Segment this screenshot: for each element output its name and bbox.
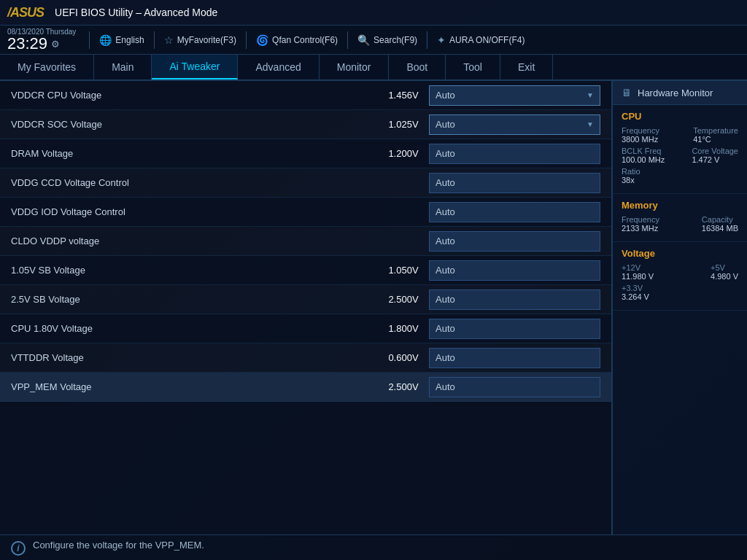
fan-icon: 🌀 xyxy=(256,34,268,46)
auto-dropdown[interactable]: Auto xyxy=(429,289,600,310)
hw-label: +3.3V xyxy=(622,284,649,292)
voltage-control: Auto xyxy=(429,173,600,193)
asus-logo: /ASUS xyxy=(7,5,44,20)
status-search[interactable]: 🔍 Search(F9) xyxy=(357,34,417,46)
auto-dropdown[interactable]: Auto xyxy=(429,202,600,222)
voltage-row[interactable]: VDDG IOD Voltage Control Auto xyxy=(0,198,611,227)
settings-icon[interactable]: ⚙ xyxy=(51,39,60,50)
voltage-label: DRAM Voltage xyxy=(11,148,378,159)
voltage-panel: VDDCR CPU Voltage 1.456V Auto ▼ VDDCR SO… xyxy=(0,81,612,534)
voltage-row[interactable]: 2.5V SB Voltage 2.500V Auto xyxy=(0,285,611,314)
main-content: VDDCR CPU Voltage 1.456V Auto ▼ VDDCR SO… xyxy=(0,81,747,534)
status-myfavorite[interactable]: ☆ MyFavorite(F3) xyxy=(164,34,236,46)
auto-dropdown[interactable]: Auto xyxy=(429,348,600,368)
hw-label: Temperature xyxy=(693,126,738,135)
voltage-control: Auto xyxy=(429,202,600,222)
voltage-row[interactable]: VPP_MEM Voltage 2.500V Auto xyxy=(0,373,611,402)
tab-ai-tweaker[interactable]: Ai Tweaker xyxy=(152,55,238,79)
tab-boot[interactable]: Boot xyxy=(389,55,446,79)
voltage-row[interactable]: VDDG CCD Voltage Control Auto xyxy=(0,168,611,198)
auto-dropdown[interactable]: Auto xyxy=(429,319,600,339)
hw-value: 4.980 V xyxy=(711,272,738,281)
voltage-row[interactable]: DRAM Voltage 1.200V Auto xyxy=(0,139,611,168)
divider xyxy=(89,31,90,49)
auto-dropdown[interactable]: Auto xyxy=(429,377,600,397)
voltage-value: 1.050V xyxy=(378,265,429,276)
hw-value: 2133 MHz xyxy=(622,224,659,233)
hw-section-title: CPU xyxy=(622,111,738,122)
voltage-control: Auto xyxy=(429,348,600,368)
hw-section: Voltage +12V 11.980 V +5V 4.980 V xyxy=(613,242,747,311)
auto-dropdown[interactable]: Auto ▼ xyxy=(429,114,600,135)
voltage-control: Auto ▼ xyxy=(429,114,600,135)
divider xyxy=(246,31,247,49)
status-aura[interactable]: ✦ AURA ON/OFF(F4) xyxy=(437,34,525,46)
voltage-row[interactable]: 1.05V SB Voltage 1.050V Auto xyxy=(0,256,611,285)
hardware-monitor-panel: 🖥 Hardware Monitor CPU Frequency 3800 MH… xyxy=(612,81,747,534)
auto-dropdown[interactable]: Auto xyxy=(429,144,600,164)
hw-value: 41°C xyxy=(693,135,738,144)
auto-dropdown[interactable]: Auto xyxy=(429,231,600,252)
voltage-value: 1.025V xyxy=(378,119,429,130)
voltage-value: 1.200V xyxy=(378,148,429,159)
voltage-control: Auto xyxy=(429,319,600,339)
voltage-table: VDDCR CPU Voltage 1.456V Auto ▼ VDDCR SO… xyxy=(0,81,611,402)
auto-dropdown[interactable]: Auto xyxy=(429,173,600,193)
hw-label: +12V xyxy=(622,263,654,272)
voltage-control: Auto ▼ xyxy=(429,85,600,106)
voltage-value: 1.800V xyxy=(378,323,429,334)
voltage-label: VDDG IOD Voltage Control xyxy=(11,206,378,217)
search-label: Search(F9) xyxy=(374,35,417,45)
hw-stat-row: +12V 11.980 V +5V 4.980 V xyxy=(622,263,738,281)
aura-icon: ✦ xyxy=(437,34,446,46)
hw-label: Frequency xyxy=(622,126,659,135)
voltage-value: 2.500V xyxy=(378,294,429,305)
tab-tool[interactable]: Tool xyxy=(446,55,500,79)
auto-dropdown[interactable]: Auto ▼ xyxy=(429,85,600,106)
hw-label: Frequency xyxy=(622,215,659,224)
status-bar: 08/13/2020 Thursday 23:29 ⚙ 🌐 English ☆ … xyxy=(0,26,747,55)
voltage-row[interactable]: CPU 1.80V Voltage 1.800V Auto xyxy=(0,314,611,343)
status-qfan[interactable]: 🌀 Qfan Control(F6) xyxy=(256,34,338,46)
voltage-value: 2.500V xyxy=(378,381,429,392)
info-description: Configure the voltage for the VPP_MEM. xyxy=(33,540,204,551)
voltage-control: Auto xyxy=(429,260,600,281)
voltage-label: 2.5V SB Voltage xyxy=(11,294,378,305)
hw-section-title: Memory xyxy=(622,200,738,211)
tab-exit[interactable]: Exit xyxy=(500,55,553,79)
myfavorite-label: MyFavorite(F3) xyxy=(177,35,236,45)
voltage-label: VPP_MEM Voltage xyxy=(11,381,378,392)
voltage-row[interactable]: VTTDDR Voltage 0.600V Auto xyxy=(0,343,611,373)
status-language[interactable]: 🌐 English xyxy=(99,34,144,46)
voltage-label: VDDG CCD Voltage Control xyxy=(11,177,378,188)
voltage-row[interactable]: VDDCR CPU Voltage 1.456V Auto ▼ xyxy=(0,81,611,110)
voltage-control: Auto xyxy=(429,289,600,310)
auto-dropdown[interactable]: Auto xyxy=(429,260,600,281)
bios-title: UEFI BIOS Utility – Advanced Mode xyxy=(55,7,217,18)
hw-label: Capacity xyxy=(702,215,738,224)
voltage-control: Auto xyxy=(429,231,600,252)
hw-label: +5V xyxy=(711,263,738,272)
voltage-label: 1.05V SB Voltage xyxy=(11,265,378,276)
dropdown-arrow-icon: ▼ xyxy=(587,91,594,99)
hw-section-title: Voltage xyxy=(622,248,738,259)
hw-section: CPU Frequency 3800 MHz Temperature 41°C xyxy=(613,105,747,194)
info-icon: i xyxy=(11,541,26,556)
tab-advanced[interactable]: Advanced xyxy=(238,55,319,79)
hw-value: 3800 MHz xyxy=(622,135,659,144)
tab-main[interactable]: Main xyxy=(94,55,152,79)
language-label: English xyxy=(115,35,144,45)
globe-icon: 🌐 xyxy=(99,34,112,46)
qfan-label: Qfan Control(F6) xyxy=(272,35,338,45)
hw-stat-row: Ratio 38x xyxy=(622,167,738,184)
voltage-row[interactable]: VDDCR SOC Voltage 1.025V Auto ▼ xyxy=(0,110,611,139)
tab-monitor[interactable]: Monitor xyxy=(320,55,390,79)
hw-stat-row: Frequency 3800 MHz Temperature 41°C xyxy=(622,126,738,144)
voltage-control: Auto xyxy=(429,377,600,397)
nav-bar: My Favorites Main Ai Tweaker Advanced Mo… xyxy=(0,55,747,81)
hw-value: 100.00 MHz xyxy=(622,155,665,164)
hw-section: Memory Frequency 2133 MHz Capacity 16384… xyxy=(613,194,747,242)
voltage-row[interactable]: CLDO VDDP voltage Auto xyxy=(0,227,611,256)
tab-my-favorites[interactable]: My Favorites xyxy=(0,55,94,79)
hw-monitor-title: Hardware Monitor xyxy=(638,88,713,98)
